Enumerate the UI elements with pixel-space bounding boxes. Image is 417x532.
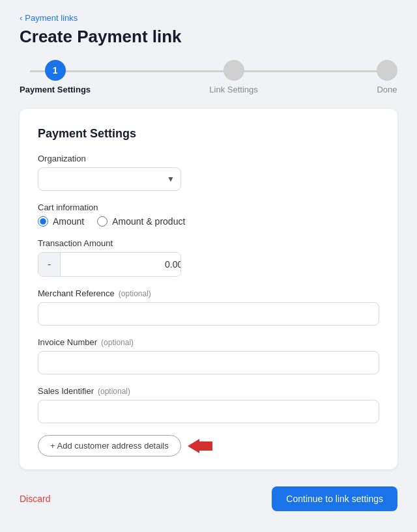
organization-field-group: Organization ▼	[38, 154, 379, 191]
continue-button[interactable]: Continue to link settings	[272, 486, 397, 511]
step-done: Done	[377, 60, 397, 94]
cart-information-radio-group: Amount Amount & product	[38, 216, 379, 227]
svg-marker-0	[188, 439, 212, 453]
add-customer-button-label: + Add customer address details	[50, 441, 169, 451]
transaction-amount-field-group: Transaction Amount -	[38, 238, 379, 277]
invoice-number-input[interactable]	[38, 351, 379, 374]
stepper-steps: 1 Payment Settings Link Settings Done	[20, 60, 397, 94]
step-number-1: 1	[53, 65, 58, 76]
radio-amount-product[interactable]	[97, 216, 108, 227]
step-label-1: Payment Settings	[20, 85, 91, 94]
cart-information-field-group: Cart information Amount Amount & product	[38, 203, 379, 227]
cart-information-label: Cart information	[38, 203, 379, 212]
back-link-label: Payment links	[25, 13, 78, 23]
add-customer-button[interactable]: + Add customer address details	[38, 435, 181, 456]
radio-amount-label: Amount	[53, 216, 84, 227]
step-label-3: Done	[377, 85, 397, 94]
merchant-reference-input[interactable]	[38, 302, 379, 326]
back-link[interactable]: ‹ Payment links	[20, 13, 397, 23]
merchant-reference-optional: (optional)	[119, 289, 151, 298]
discard-button[interactable]: Discard	[20, 488, 50, 509]
radio-amount[interactable]	[38, 216, 48, 227]
step-circle-3	[377, 60, 397, 81]
sales-identifier-input[interactable]	[38, 400, 379, 423]
step-label-2: Link Settings	[209, 85, 257, 94]
step-circle-1: 1	[45, 60, 66, 81]
transaction-amount-input[interactable]	[61, 253, 181, 276]
radio-option-amount[interactable]: Amount	[38, 216, 84, 227]
transaction-amount-label: Transaction Amount	[38, 238, 379, 248]
sales-identifier-label: Sales Identifier (optional)	[38, 386, 379, 396]
amount-minus-button[interactable]: -	[38, 253, 61, 276]
merchant-reference-field-group: Merchant Reference (optional)	[38, 288, 379, 326]
red-arrow-icon	[188, 439, 212, 453]
organization-label: Organization	[38, 154, 379, 163]
chevron-left-icon: ‹	[20, 13, 22, 23]
organization-select-wrapper: ▼	[38, 167, 181, 191]
transaction-amount-wrapper: -	[38, 252, 181, 277]
invoice-number-field-group: Invoice Number (optional)	[38, 337, 379, 374]
step-circle-2	[223, 60, 244, 81]
page-title: Create Payment link	[20, 27, 397, 47]
card-title: Payment Settings	[38, 127, 379, 141]
bottom-bar: Discard Continue to link settings	[20, 480, 397, 522]
merchant-reference-label: Merchant Reference (optional)	[38, 288, 379, 298]
invoice-number-optional: (optional)	[101, 338, 134, 347]
payment-settings-card: Payment Settings Organization ▼ Cart inf…	[20, 109, 397, 469]
step-payment-settings: 1 Payment Settings	[20, 60, 91, 94]
add-customer-row: + Add customer address details	[38, 435, 379, 456]
organization-select[interactable]	[38, 167, 181, 191]
sales-identifier-optional: (optional)	[98, 387, 130, 396]
invoice-number-label: Invoice Number (optional)	[38, 337, 379, 347]
radio-amount-product-label: Amount & product	[112, 216, 185, 227]
radio-option-amount-product[interactable]: Amount & product	[97, 216, 185, 227]
stepper: 1 Payment Settings Link Settings Done	[20, 60, 397, 94]
arrow-indicator	[188, 439, 212, 453]
sales-identifier-field-group: Sales Identifier (optional)	[38, 386, 379, 423]
step-link-settings: Link Settings	[209, 60, 257, 94]
